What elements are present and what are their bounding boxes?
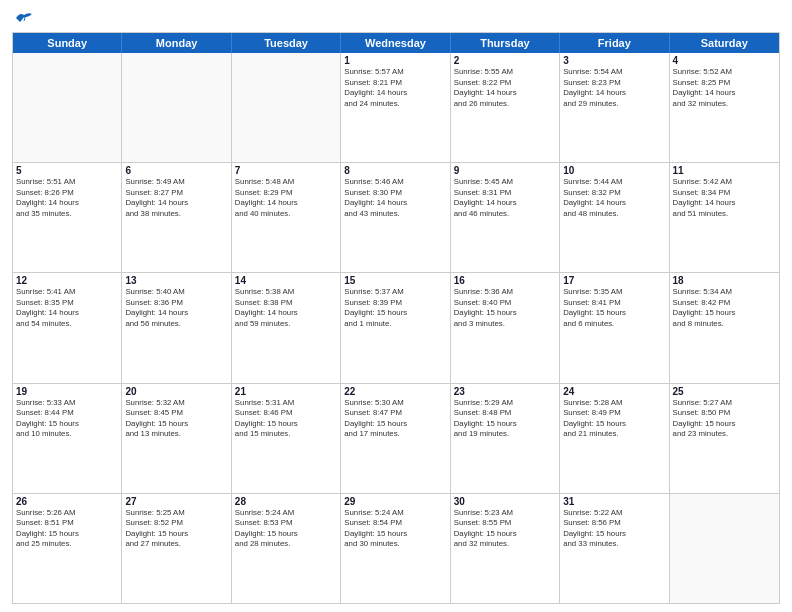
day-info: Sunrise: 5:31 AM Sunset: 8:46 PM Dayligh… bbox=[235, 398, 337, 440]
day-number: 27 bbox=[125, 496, 227, 507]
day-info: Sunrise: 5:55 AM Sunset: 8:22 PM Dayligh… bbox=[454, 67, 556, 109]
day-number: 17 bbox=[563, 275, 665, 286]
empty-cell bbox=[122, 53, 231, 162]
day-cell-9: 9Sunrise: 5:45 AM Sunset: 8:31 PM Daylig… bbox=[451, 163, 560, 272]
day-number: 12 bbox=[16, 275, 118, 286]
day-info: Sunrise: 5:36 AM Sunset: 8:40 PM Dayligh… bbox=[454, 287, 556, 329]
logo-text bbox=[12, 10, 34, 26]
day-number: 2 bbox=[454, 55, 556, 66]
day-info: Sunrise: 5:35 AM Sunset: 8:41 PM Dayligh… bbox=[563, 287, 665, 329]
week-row-4: 19Sunrise: 5:33 AM Sunset: 8:44 PM Dayli… bbox=[13, 383, 779, 493]
day-info: Sunrise: 5:29 AM Sunset: 8:48 PM Dayligh… bbox=[454, 398, 556, 440]
day-number: 1 bbox=[344, 55, 446, 66]
day-cell-3: 3Sunrise: 5:54 AM Sunset: 8:23 PM Daylig… bbox=[560, 53, 669, 162]
day-cell-14: 14Sunrise: 5:38 AM Sunset: 8:38 PM Dayli… bbox=[232, 273, 341, 382]
day-cell-22: 22Sunrise: 5:30 AM Sunset: 8:47 PM Dayli… bbox=[341, 384, 450, 493]
empty-cell bbox=[232, 53, 341, 162]
day-cell-19: 19Sunrise: 5:33 AM Sunset: 8:44 PM Dayli… bbox=[13, 384, 122, 493]
day-number: 28 bbox=[235, 496, 337, 507]
logo bbox=[12, 10, 34, 26]
day-number: 30 bbox=[454, 496, 556, 507]
day-cell-17: 17Sunrise: 5:35 AM Sunset: 8:41 PM Dayli… bbox=[560, 273, 669, 382]
day-cell-2: 2Sunrise: 5:55 AM Sunset: 8:22 PM Daylig… bbox=[451, 53, 560, 162]
day-info: Sunrise: 5:37 AM Sunset: 8:39 PM Dayligh… bbox=[344, 287, 446, 329]
day-number: 3 bbox=[563, 55, 665, 66]
week-row-3: 12Sunrise: 5:41 AM Sunset: 8:35 PM Dayli… bbox=[13, 272, 779, 382]
day-cell-25: 25Sunrise: 5:27 AM Sunset: 8:50 PM Dayli… bbox=[670, 384, 779, 493]
day-info: Sunrise: 5:57 AM Sunset: 8:21 PM Dayligh… bbox=[344, 67, 446, 109]
empty-cell bbox=[670, 494, 779, 603]
day-cell-20: 20Sunrise: 5:32 AM Sunset: 8:45 PM Dayli… bbox=[122, 384, 231, 493]
day-info: Sunrise: 5:44 AM Sunset: 8:32 PM Dayligh… bbox=[563, 177, 665, 219]
calendar: SundayMondayTuesdayWednesdayThursdayFrid… bbox=[12, 32, 780, 604]
day-number: 4 bbox=[673, 55, 776, 66]
day-number: 15 bbox=[344, 275, 446, 286]
day-number: 23 bbox=[454, 386, 556, 397]
day-cell-12: 12Sunrise: 5:41 AM Sunset: 8:35 PM Dayli… bbox=[13, 273, 122, 382]
day-number: 24 bbox=[563, 386, 665, 397]
day-info: Sunrise: 5:42 AM Sunset: 8:34 PM Dayligh… bbox=[673, 177, 776, 219]
day-number: 16 bbox=[454, 275, 556, 286]
day-info: Sunrise: 5:32 AM Sunset: 8:45 PM Dayligh… bbox=[125, 398, 227, 440]
day-number: 10 bbox=[563, 165, 665, 176]
day-cell-1: 1Sunrise: 5:57 AM Sunset: 8:21 PM Daylig… bbox=[341, 53, 450, 162]
day-info: Sunrise: 5:51 AM Sunset: 8:26 PM Dayligh… bbox=[16, 177, 118, 219]
day-info: Sunrise: 5:52 AM Sunset: 8:25 PM Dayligh… bbox=[673, 67, 776, 109]
day-info: Sunrise: 5:41 AM Sunset: 8:35 PM Dayligh… bbox=[16, 287, 118, 329]
day-info: Sunrise: 5:33 AM Sunset: 8:44 PM Dayligh… bbox=[16, 398, 118, 440]
page: SundayMondayTuesdayWednesdayThursdayFrid… bbox=[0, 0, 792, 612]
week-row-2: 5Sunrise: 5:51 AM Sunset: 8:26 PM Daylig… bbox=[13, 162, 779, 272]
day-header-wednesday: Wednesday bbox=[341, 33, 450, 53]
calendar-header: SundayMondayTuesdayWednesdayThursdayFrid… bbox=[13, 33, 779, 53]
day-info: Sunrise: 5:40 AM Sunset: 8:36 PM Dayligh… bbox=[125, 287, 227, 329]
day-header-monday: Monday bbox=[122, 33, 231, 53]
day-cell-7: 7Sunrise: 5:48 AM Sunset: 8:29 PM Daylig… bbox=[232, 163, 341, 272]
day-info: Sunrise: 5:24 AM Sunset: 8:53 PM Dayligh… bbox=[235, 508, 337, 550]
day-info: Sunrise: 5:48 AM Sunset: 8:29 PM Dayligh… bbox=[235, 177, 337, 219]
day-cell-26: 26Sunrise: 5:26 AM Sunset: 8:51 PM Dayli… bbox=[13, 494, 122, 603]
day-info: Sunrise: 5:23 AM Sunset: 8:55 PM Dayligh… bbox=[454, 508, 556, 550]
day-number: 11 bbox=[673, 165, 776, 176]
day-number: 6 bbox=[125, 165, 227, 176]
day-info: Sunrise: 5:34 AM Sunset: 8:42 PM Dayligh… bbox=[673, 287, 776, 329]
day-info: Sunrise: 5:30 AM Sunset: 8:47 PM Dayligh… bbox=[344, 398, 446, 440]
day-header-sunday: Sunday bbox=[13, 33, 122, 53]
day-info: Sunrise: 5:46 AM Sunset: 8:30 PM Dayligh… bbox=[344, 177, 446, 219]
day-info: Sunrise: 5:28 AM Sunset: 8:49 PM Dayligh… bbox=[563, 398, 665, 440]
day-cell-30: 30Sunrise: 5:23 AM Sunset: 8:55 PM Dayli… bbox=[451, 494, 560, 603]
day-info: Sunrise: 5:49 AM Sunset: 8:27 PM Dayligh… bbox=[125, 177, 227, 219]
day-cell-15: 15Sunrise: 5:37 AM Sunset: 8:39 PM Dayli… bbox=[341, 273, 450, 382]
day-header-thursday: Thursday bbox=[451, 33, 560, 53]
day-info: Sunrise: 5:38 AM Sunset: 8:38 PM Dayligh… bbox=[235, 287, 337, 329]
calendar-body: 1Sunrise: 5:57 AM Sunset: 8:21 PM Daylig… bbox=[13, 53, 779, 603]
day-info: Sunrise: 5:24 AM Sunset: 8:54 PM Dayligh… bbox=[344, 508, 446, 550]
day-number: 31 bbox=[563, 496, 665, 507]
day-cell-13: 13Sunrise: 5:40 AM Sunset: 8:36 PM Dayli… bbox=[122, 273, 231, 382]
day-number: 22 bbox=[344, 386, 446, 397]
day-info: Sunrise: 5:27 AM Sunset: 8:50 PM Dayligh… bbox=[673, 398, 776, 440]
day-cell-31: 31Sunrise: 5:22 AM Sunset: 8:56 PM Dayli… bbox=[560, 494, 669, 603]
day-number: 20 bbox=[125, 386, 227, 397]
week-row-1: 1Sunrise: 5:57 AM Sunset: 8:21 PM Daylig… bbox=[13, 53, 779, 162]
day-number: 8 bbox=[344, 165, 446, 176]
day-cell-21: 21Sunrise: 5:31 AM Sunset: 8:46 PM Dayli… bbox=[232, 384, 341, 493]
day-number: 13 bbox=[125, 275, 227, 286]
day-number: 5 bbox=[16, 165, 118, 176]
day-number: 19 bbox=[16, 386, 118, 397]
day-info: Sunrise: 5:22 AM Sunset: 8:56 PM Dayligh… bbox=[563, 508, 665, 550]
day-cell-24: 24Sunrise: 5:28 AM Sunset: 8:49 PM Dayli… bbox=[560, 384, 669, 493]
day-cell-6: 6Sunrise: 5:49 AM Sunset: 8:27 PM Daylig… bbox=[122, 163, 231, 272]
day-cell-29: 29Sunrise: 5:24 AM Sunset: 8:54 PM Dayli… bbox=[341, 494, 450, 603]
day-cell-28: 28Sunrise: 5:24 AM Sunset: 8:53 PM Dayli… bbox=[232, 494, 341, 603]
day-info: Sunrise: 5:25 AM Sunset: 8:52 PM Dayligh… bbox=[125, 508, 227, 550]
day-info: Sunrise: 5:26 AM Sunset: 8:51 PM Dayligh… bbox=[16, 508, 118, 550]
logo-bird-icon bbox=[14, 10, 34, 26]
day-cell-11: 11Sunrise: 5:42 AM Sunset: 8:34 PM Dayli… bbox=[670, 163, 779, 272]
day-number: 29 bbox=[344, 496, 446, 507]
day-number: 7 bbox=[235, 165, 337, 176]
day-number: 21 bbox=[235, 386, 337, 397]
day-number: 26 bbox=[16, 496, 118, 507]
day-cell-16: 16Sunrise: 5:36 AM Sunset: 8:40 PM Dayli… bbox=[451, 273, 560, 382]
day-header-saturday: Saturday bbox=[670, 33, 779, 53]
week-row-5: 26Sunrise: 5:26 AM Sunset: 8:51 PM Dayli… bbox=[13, 493, 779, 603]
